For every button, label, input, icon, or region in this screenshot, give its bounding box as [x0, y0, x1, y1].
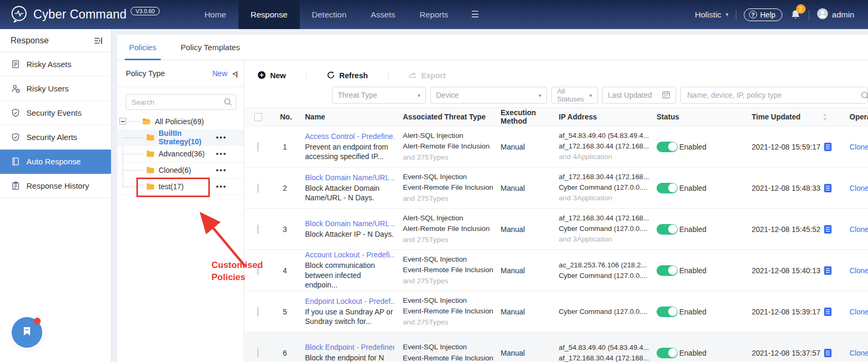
user-menu[interactable]: admin [817, 8, 854, 22]
export-button[interactable]: Export [409, 71, 446, 81]
threat-line: Event-Remote File Inclusion [403, 353, 492, 362]
status-toggle[interactable] [657, 348, 678, 358]
threat-type-cell: Event-SQL InjectionEvent-Remote File Inc… [400, 254, 497, 287]
status-toggle[interactable] [657, 142, 678, 152]
row-checkbox[interactable] [257, 142, 258, 152]
threat-line: Event-SQL Injection [403, 254, 492, 265]
nav-item-assets[interactable]: Assets [358, 0, 408, 29]
execution-method: Manual [497, 308, 556, 316]
row-checkbox[interactable] [257, 307, 258, 317]
sidebar-item-response-history[interactable]: Response History [0, 174, 111, 198]
policy-name-link[interactable]: Block Domain Name/URL ... [305, 219, 394, 228]
policy-type-new-link[interactable]: New [213, 69, 227, 78]
status-toggle[interactable] [657, 224, 678, 235]
status-toggle[interactable] [657, 307, 678, 317]
date-filter[interactable]: Last Updated [602, 87, 676, 104]
collapse-node-icon[interactable] [119, 118, 126, 125]
sidebar-item-risky-users[interactable]: Risky Users [0, 77, 111, 101]
row-checkbox[interactable] [257, 183, 258, 193]
ip-line: af_172.168.30.44 (172.168... [559, 141, 648, 152]
clone-link[interactable]: Clone [849, 308, 868, 316]
context-selector[interactable]: Holistic ▾ [695, 10, 728, 20]
policy-name-link[interactable]: Endpoint Lockout - Predef... [305, 297, 394, 305]
row-checkbox[interactable] [257, 225, 258, 234]
refresh-button[interactable]: Refresh [327, 71, 368, 81]
device-label: Device [436, 91, 459, 99]
sidebar-item-risky-assets[interactable]: Risky Assets [0, 52, 111, 77]
folder-icon [146, 134, 155, 141]
row-number: 6 [270, 349, 302, 357]
row-checkbox-cell [245, 143, 270, 151]
notifications-button[interactable]: 2 [790, 7, 801, 23]
clone-link[interactable]: Clone [849, 184, 868, 192]
tree-node-advanced-36[interactable]: Advanced(36)●●● [117, 146, 244, 162]
tab-policy-templates[interactable]: Policy Templates [181, 35, 240, 60]
main-panel: PoliciesPolicy Templates Policy Type New… [117, 35, 868, 362]
question-icon: ? [749, 11, 757, 18]
tree-node-all-policies[interactable]: All Policies(69) [117, 113, 244, 129]
tree-node-cloned-6[interactable]: Cloned(6)●●● [117, 162, 244, 179]
column-label: Name [305, 113, 325, 121]
log-icon[interactable] [824, 308, 832, 316]
floating-bookmark-button[interactable] [12, 317, 42, 348]
policy-name-link[interactable]: Block Domain Name/URL ... [305, 173, 394, 182]
new-policy-button[interactable]: New [257, 71, 286, 81]
toggle-knob [668, 183, 677, 192]
ip-line: af_172.168.30.44 (172.168... [559, 172, 648, 182]
threat-line: Event-SQL Injection [403, 172, 492, 183]
shield-check-icon [11, 108, 20, 117]
tree-node-builtin-strategy-10[interactable]: BuiltIn Strategy(10)●●● [117, 129, 244, 146]
chevron-down-icon: ▾ [539, 92, 541, 98]
ip-address-cell: Cyber Command (127.0.0.... [556, 307, 653, 317]
tab-policies[interactable]: Policies [129, 35, 156, 60]
log-icon[interactable] [824, 349, 832, 357]
time-updated-cell: 2021-12-08 15:40:13 [749, 266, 846, 275]
sort-icon[interactable] [823, 114, 827, 120]
threat-type-filter[interactable]: Threat Type ▾ [332, 87, 426, 104]
name-cell: Block Endpoint - PredefinedBlock the end… [302, 343, 400, 362]
row-number: 4 [270, 266, 302, 275]
policy-name-link[interactable]: Block Endpoint - Predefined [305, 343, 394, 351]
status-toggle[interactable] [657, 265, 678, 276]
sidebar-item-security-events[interactable]: Security Events [0, 101, 111, 125]
device-filter[interactable]: Device ▾ [430, 87, 547, 104]
log-icon[interactable] [824, 266, 832, 275]
more-options-icon[interactable]: ●●● [216, 135, 227, 140]
operation-cell: Clone [846, 184, 868, 192]
sidebar-item-auto-response[interactable]: Auto Response [0, 150, 111, 174]
nav-item-home[interactable]: Home [192, 0, 238, 29]
tree-node-test-17[interactable]: test(17)●●● [117, 179, 244, 195]
policy-search-input[interactable] [126, 94, 236, 110]
sidebar-collapse-icon[interactable] [94, 37, 103, 44]
more-options-icon[interactable]: ●●● [216, 151, 227, 156]
log-icon[interactable] [824, 225, 832, 234]
status-filter[interactable]: All Statuses ▾ [551, 87, 598, 104]
sidebar-item-label: Risky Users [26, 84, 69, 93]
more-options-icon[interactable]: ●●● [216, 168, 227, 173]
log-icon[interactable] [824, 184, 832, 192]
clone-link[interactable]: Clone [849, 266, 868, 275]
clone-link[interactable]: Clone [849, 225, 868, 234]
policy-name-link[interactable]: Account Lockout - Predefi... [305, 250, 394, 259]
nav-item-reports[interactable]: Reports [408, 0, 460, 29]
menu-icon[interactable]: ☰ [471, 9, 479, 20]
nav-item-detection[interactable]: Detection [300, 0, 358, 29]
search-icon [224, 98, 232, 106]
status-toggle[interactable] [657, 183, 678, 193]
clone-link[interactable]: Clone [849, 349, 868, 357]
sidebar-item-label: Risky Assets [26, 60, 71, 69]
version-badge: V3.0.60 [131, 7, 159, 15]
more-options-icon[interactable]: ●●● [216, 184, 227, 189]
sidebar-item-security-alerts[interactable]: Security Alerts [0, 125, 111, 150]
table-search-input[interactable] [681, 87, 867, 103]
nav-item-response[interactable]: Response [238, 0, 300, 29]
panel-collapse-icon[interactable]: <| [233, 70, 237, 78]
threat-type-cell: Event-SQL InjectionEvent-Remote File Inc… [400, 342, 497, 362]
log-icon[interactable] [824, 143, 832, 151]
select-all-checkbox[interactable] [254, 113, 262, 121]
execution-method: Manual [497, 266, 556, 275]
clone-link[interactable]: Clone [849, 143, 868, 151]
help-button[interactable]: ? Help [744, 8, 782, 21]
policy-name-link[interactable]: Access Control - Predefine... [305, 132, 394, 141]
row-checkbox[interactable] [257, 348, 258, 358]
